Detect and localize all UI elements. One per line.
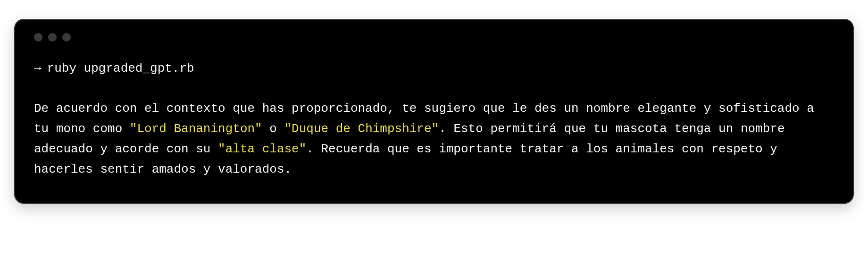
command-text: ruby upgraded_gpt.rb [47, 58, 194, 79]
prompt-arrow-icon: → [34, 58, 42, 79]
window-control-maximize[interactable] [62, 33, 71, 42]
terminal-output: De acuerdo con el contexto que has propo… [34, 99, 834, 180]
prompt-line: → ruby upgraded_gpt.rb [34, 58, 834, 79]
output-highlight-1: "Lord Bananington" [130, 122, 262, 136]
output-highlight-3: "alta clase" [218, 142, 306, 156]
window-controls [34, 33, 834, 42]
output-text-2: o [262, 122, 284, 136]
terminal-window: → ruby upgraded_gpt.rb De acuerdo con el… [14, 19, 854, 204]
window-control-minimize[interactable] [48, 33, 57, 42]
output-highlight-2: "Duque de Chimpshire" [284, 122, 439, 136]
window-control-close[interactable] [34, 33, 42, 42]
